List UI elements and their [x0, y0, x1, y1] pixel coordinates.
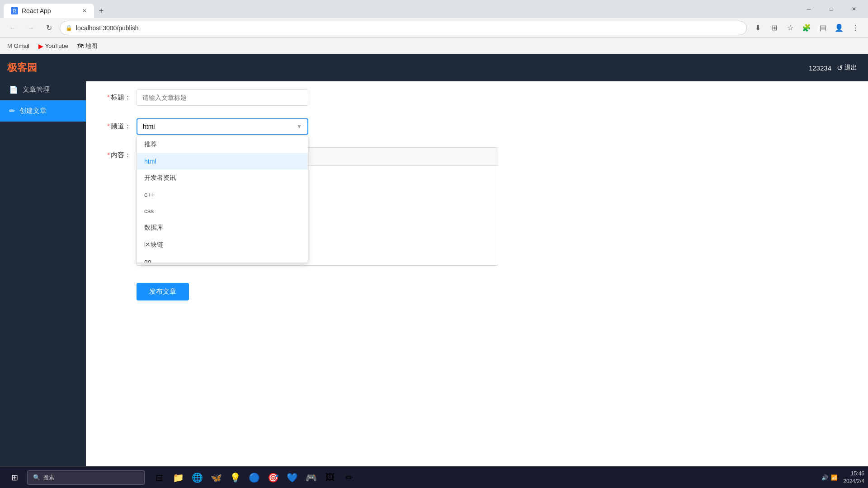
taskbar-file-explorer[interactable]: 📁: [169, 469, 187, 487]
maps-icon: 🗺: [77, 42, 84, 50]
submit-button-wrapper: 发布文章: [137, 278, 511, 300]
reload-button[interactable]: ↻: [42, 21, 56, 35]
taskbar-app2[interactable]: 💡: [226, 469, 244, 487]
title-label: *标题：: [104, 89, 131, 102]
title-required: *: [107, 93, 110, 101]
time-display: 15:46: [843, 470, 864, 478]
sidebar-toggle-icon[interactable]: ▤: [816, 21, 830, 35]
url-text: localhost:3000/publish: [76, 24, 139, 32]
taskbar-right: 🔊 📶 15:46 2024/2/4: [821, 470, 864, 485]
address-bar[interactable]: 🔒 localhost:3000/publish: [60, 21, 747, 35]
taskbar-search-placeholder: 搜索: [43, 474, 55, 482]
taskbar-chrome[interactable]: 🔵: [245, 469, 263, 487]
bookmark-maps[interactable]: 🗺 地图: [77, 42, 97, 50]
taskbar-edge[interactable]: 🌐: [188, 469, 206, 487]
dropdown-item-html[interactable]: html: [137, 153, 308, 169]
tab-close-button[interactable]: ✕: [82, 8, 87, 14]
volume-icon[interactable]: 🔊: [821, 474, 828, 481]
new-tab-button[interactable]: +: [94, 4, 108, 18]
browser-tab-active[interactable]: R React App ✕: [4, 4, 94, 18]
logout-label: 退出: [844, 64, 857, 72]
dropdown-item-recommend[interactable]: 推荐: [137, 136, 308, 153]
taskbar-task-view[interactable]: ⊟: [150, 469, 168, 487]
taskbar-app5[interactable]: 🖼: [321, 469, 339, 487]
dropdown-item-cpp[interactable]: c++: [137, 187, 308, 203]
sidebar-item-article-manage-label: 文章管理: [23, 85, 50, 94]
content-label: *内容：: [104, 147, 131, 160]
header-logo-area: 极客园: [0, 61, 86, 75]
header-user: 123234 ↺ 退出: [809, 64, 857, 72]
youtube-icon: ▶: [38, 42, 43, 50]
logout-icon: ↺: [837, 64, 843, 72]
sidebar: ⌂ 首页 📄 文章管理 ✏ 创建文章: [0, 54, 86, 466]
channel-selected-value: html: [143, 123, 155, 130]
publish-form: *标题： *频道： html ▼: [104, 89, 511, 300]
maximize-button[interactable]: □: [821, 2, 842, 16]
logout-button[interactable]: ↺ 退出: [837, 64, 857, 72]
taskbar-app3[interactable]: 🎯: [264, 469, 282, 487]
username-display: 123234: [809, 64, 831, 72]
title-input[interactable]: [137, 89, 308, 106]
dropdown-scroll: 推荐 html 开发者资讯 c++ css 数据库 区块链 go: [137, 136, 308, 263]
profile-icon[interactable]: 👤: [832, 21, 846, 35]
channel-select-wrapper: html ▼ 推荐 html 开发者资讯 c++ css 数据库: [137, 118, 308, 135]
file-icon: 📄: [9, 85, 18, 94]
bookmark-star-icon[interactable]: ☆: [783, 21, 797, 35]
search-icon: 🔍: [33, 474, 40, 481]
taskbar-app4[interactable]: 🎮: [302, 469, 320, 487]
logo-text: 极客园: [7, 61, 37, 75]
main-content: 首页 / 发布文章 *标题： *频道：: [86, 54, 868, 466]
menu-icon[interactable]: ⋮: [848, 21, 863, 35]
date-display: 2024/2/4: [843, 478, 864, 485]
translate-icon[interactable]: ⊞: [767, 21, 781, 35]
sidebar-item-create-article-label: 创建文章: [19, 107, 47, 115]
taskbar-search[interactable]: 🔍 搜索: [27, 470, 145, 485]
content-area: 首页 / 发布文章 *标题： *频道：: [86, 54, 868, 466]
taskbar-clock[interactable]: 15:46 2024/2/4: [843, 470, 864, 485]
channel-select[interactable]: html ▼: [137, 118, 308, 135]
tab-title: React App: [22, 7, 51, 14]
download-icon[interactable]: ⬇: [750, 21, 765, 35]
app-header: 极客园 123234 ↺ 退出: [0, 54, 868, 81]
dropdown-item-go[interactable]: go: [137, 253, 308, 263]
channel-dropdown: 推荐 html 开发者资讯 c++ css 数据库 区块链 go: [137, 136, 308, 263]
bookmarks-bar: M Gmail ▶ YouTube 🗺 地图: [0, 38, 868, 54]
content-required: *: [107, 151, 110, 159]
sidebar-item-create-article[interactable]: ✏ 创建文章: [0, 100, 86, 122]
sidebar-item-article-manage[interactable]: 📄 文章管理: [0, 79, 86, 100]
taskbar-apps: ⊟ 📁 🌐 🦋 💡 🔵 🎯 💙 🎮 🖼 ✏: [150, 469, 358, 487]
dropdown-item-blockchain[interactable]: 区块链: [137, 236, 308, 253]
windows-icon: ⊞: [11, 473, 18, 483]
back-button[interactable]: ←: [5, 21, 20, 35]
channel-field-group: *频道： html ▼ 推荐 html 开发者资讯: [104, 118, 511, 135]
taskbar-app1[interactable]: 🦋: [207, 469, 225, 487]
submit-button[interactable]: 发布文章: [137, 283, 189, 300]
security-icon: 🔒: [66, 25, 72, 31]
network-icon[interactable]: 📶: [831, 474, 838, 481]
channel-required: *: [107, 122, 110, 130]
dropdown-item-css[interactable]: css: [137, 203, 308, 219]
forward-button[interactable]: →: [24, 21, 38, 35]
extension-icon[interactable]: 🧩: [799, 21, 814, 35]
taskbar-vscode[interactable]: 💙: [283, 469, 301, 487]
channel-label: *频道：: [104, 118, 131, 131]
taskbar-app6[interactable]: ✏: [340, 469, 358, 487]
edit-icon: ✏: [9, 107, 15, 115]
bookmark-youtube[interactable]: ▶ YouTube: [38, 42, 68, 50]
bookmark-maps-label: 地图: [85, 42, 97, 50]
start-button[interactable]: ⊞: [4, 469, 25, 486]
tab-favicon: R: [11, 7, 18, 14]
close-window-button[interactable]: ✕: [844, 2, 864, 16]
dropdown-item-database[interactable]: 数据库: [137, 219, 308, 236]
gmail-icon: M: [7, 42, 12, 49]
bookmark-gmail-label: Gmail: [14, 42, 29, 49]
chevron-down-icon: ▼: [297, 123, 302, 130]
bookmark-gmail[interactable]: M Gmail: [7, 42, 29, 49]
bookmark-youtube-label: YouTube: [45, 42, 68, 49]
minimize-button[interactable]: ─: [798, 2, 819, 16]
taskbar: ⊞ 🔍 搜索 ⊟ 📁 🌐 🦋 💡 🔵 🎯 💙 🎮 🖼 ✏ 🔊 📶 15:46 2…: [0, 466, 868, 488]
title-field-group: *标题：: [104, 89, 511, 106]
dropdown-item-dev-news[interactable]: 开发者资讯: [137, 169, 308, 187]
taskbar-sys-icons: 🔊 📶: [821, 474, 838, 481]
